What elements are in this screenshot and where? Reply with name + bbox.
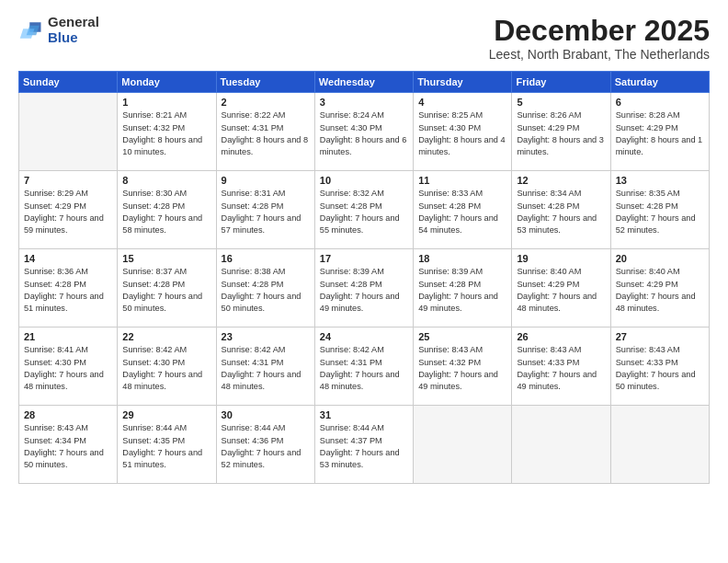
logo-blue-label: Blue xyxy=(48,30,99,46)
table-row: 18Sunrise: 8:39 AMSunset: 4:28 PMDayligh… xyxy=(414,249,512,327)
day-number: 5 xyxy=(517,97,605,108)
day-number: 20 xyxy=(616,253,704,264)
day-number: 19 xyxy=(517,253,605,264)
table-row: 6Sunrise: 8:28 AMSunset: 4:29 PMDaylight… xyxy=(610,93,709,171)
table-row: 24Sunrise: 8:42 AMSunset: 4:31 PMDayligh… xyxy=(314,327,413,406)
day-number: 30 xyxy=(222,409,310,420)
month-title: December 2025 xyxy=(489,15,710,47)
day-number: 10 xyxy=(320,175,408,186)
table-row: 14Sunrise: 8:36 AMSunset: 4:28 PMDayligh… xyxy=(19,249,118,327)
table-row: 9Sunrise: 8:31 AMSunset: 4:28 PMDaylight… xyxy=(216,171,314,249)
page: General Blue December 2025 Leest, North … xyxy=(0,0,728,563)
day-info: Sunrise: 8:42 AMSunset: 4:30 PMDaylight:… xyxy=(122,344,210,393)
table-row: 21Sunrise: 8:41 AMSunset: 4:30 PMDayligh… xyxy=(19,327,118,406)
day-number: 26 xyxy=(517,331,605,342)
table-row: 3Sunrise: 8:24 AMSunset: 4:30 PMDaylight… xyxy=(314,93,413,171)
day-info: Sunrise: 8:43 AMSunset: 4:33 PMDaylight:… xyxy=(616,344,704,393)
day-info: Sunrise: 8:39 AMSunset: 4:28 PMDaylight:… xyxy=(418,266,506,315)
day-info: Sunrise: 8:25 AMSunset: 4:30 PMDaylight:… xyxy=(418,109,506,158)
logo: General Blue xyxy=(18,15,99,45)
day-info: Sunrise: 8:34 AMSunset: 4:28 PMDaylight:… xyxy=(517,188,605,236)
logo-general-label: General xyxy=(48,15,99,30)
day-info: Sunrise: 8:29 AMSunset: 4:29 PMDaylight:… xyxy=(24,188,112,236)
day-number: 7 xyxy=(24,175,112,186)
day-info: Sunrise: 8:37 AMSunset: 4:28 PMDaylight:… xyxy=(122,266,210,315)
table-row: 11Sunrise: 8:33 AMSunset: 4:28 PMDayligh… xyxy=(414,171,512,249)
header: General Blue December 2025 Leest, North … xyxy=(18,15,710,62)
table-row xyxy=(414,406,512,484)
day-info: Sunrise: 8:41 AMSunset: 4:30 PMDaylight:… xyxy=(24,344,112,393)
col-tuesday: Tuesday xyxy=(216,72,314,93)
logo-text: General Blue xyxy=(48,15,99,45)
day-number: 12 xyxy=(517,175,605,186)
table-row: 4Sunrise: 8:25 AMSunset: 4:30 PMDaylight… xyxy=(414,93,512,171)
table-row: 23Sunrise: 8:42 AMSunset: 4:31 PMDayligh… xyxy=(216,327,314,406)
day-info: Sunrise: 8:31 AMSunset: 4:28 PMDaylight:… xyxy=(222,188,310,236)
day-number: 31 xyxy=(320,409,408,420)
col-saturday: Saturday xyxy=(610,72,709,93)
table-row: 7Sunrise: 8:29 AMSunset: 4:29 PMDaylight… xyxy=(19,171,118,249)
day-info: Sunrise: 8:28 AMSunset: 4:29 PMDaylight:… xyxy=(616,109,704,158)
table-row: 10Sunrise: 8:32 AMSunset: 4:28 PMDayligh… xyxy=(314,171,413,249)
weekday-header-row: Sunday Monday Tuesday Wednesday Thursday… xyxy=(19,72,710,93)
day-number: 13 xyxy=(616,175,704,186)
day-number: 28 xyxy=(24,409,112,420)
calendar-week-row: 21Sunrise: 8:41 AMSunset: 4:30 PMDayligh… xyxy=(19,327,710,406)
day-info: Sunrise: 8:43 AMSunset: 4:32 PMDaylight:… xyxy=(418,344,506,393)
day-number: 23 xyxy=(222,331,310,342)
day-number: 1 xyxy=(122,97,210,108)
day-number: 21 xyxy=(24,331,112,342)
day-number: 17 xyxy=(320,253,408,264)
day-info: Sunrise: 8:44 AMSunset: 4:36 PMDaylight:… xyxy=(222,422,310,471)
day-number: 29 xyxy=(122,409,210,420)
day-number: 14 xyxy=(24,253,112,264)
day-info: Sunrise: 8:44 AMSunset: 4:35 PMDaylight:… xyxy=(122,422,210,471)
col-thursday: Thursday xyxy=(414,72,512,93)
title-block: December 2025 Leest, North Brabant, The … xyxy=(489,15,710,62)
day-number: 15 xyxy=(122,253,210,264)
table-row: 28Sunrise: 8:43 AMSunset: 4:34 PMDayligh… xyxy=(19,406,118,484)
day-number: 27 xyxy=(616,331,704,342)
svg-marker-2 xyxy=(20,29,35,39)
table-row xyxy=(512,406,610,484)
calendar-week-row: 14Sunrise: 8:36 AMSunset: 4:28 PMDayligh… xyxy=(19,249,710,327)
day-number: 8 xyxy=(122,175,210,186)
day-info: Sunrise: 8:43 AMSunset: 4:33 PMDaylight:… xyxy=(517,344,605,393)
day-number: 6 xyxy=(616,97,704,108)
calendar-week-row: 7Sunrise: 8:29 AMSunset: 4:29 PMDaylight… xyxy=(19,171,710,249)
day-number: 2 xyxy=(222,97,310,108)
table-row: 8Sunrise: 8:30 AMSunset: 4:28 PMDaylight… xyxy=(118,171,216,249)
day-number: 16 xyxy=(222,253,310,264)
table-row: 26Sunrise: 8:43 AMSunset: 4:33 PMDayligh… xyxy=(512,327,610,406)
table-row: 17Sunrise: 8:39 AMSunset: 4:28 PMDayligh… xyxy=(314,249,413,327)
table-row xyxy=(19,93,118,171)
day-info: Sunrise: 8:42 AMSunset: 4:31 PMDaylight:… xyxy=(320,344,408,393)
day-info: Sunrise: 8:35 AMSunset: 4:28 PMDaylight:… xyxy=(616,188,704,236)
table-row: 29Sunrise: 8:44 AMSunset: 4:35 PMDayligh… xyxy=(118,406,216,484)
table-row: 1Sunrise: 8:21 AMSunset: 4:32 PMDaylight… xyxy=(118,93,216,171)
day-info: Sunrise: 8:33 AMSunset: 4:28 PMDaylight:… xyxy=(418,188,506,236)
day-info: Sunrise: 8:32 AMSunset: 4:28 PMDaylight:… xyxy=(320,188,408,236)
col-sunday: Sunday xyxy=(19,72,118,93)
day-info: Sunrise: 8:40 AMSunset: 4:29 PMDaylight:… xyxy=(616,266,704,315)
day-number: 11 xyxy=(418,175,506,186)
table-row: 25Sunrise: 8:43 AMSunset: 4:32 PMDayligh… xyxy=(414,327,512,406)
calendar-week-row: 28Sunrise: 8:43 AMSunset: 4:34 PMDayligh… xyxy=(19,406,710,484)
day-info: Sunrise: 8:38 AMSunset: 4:28 PMDaylight:… xyxy=(222,266,310,315)
table-row xyxy=(610,406,709,484)
logo-icon xyxy=(18,17,44,43)
location-title: Leest, North Brabant, The Netherlands xyxy=(489,47,710,62)
day-info: Sunrise: 8:30 AMSunset: 4:28 PMDaylight:… xyxy=(122,188,210,236)
day-info: Sunrise: 8:22 AMSunset: 4:31 PMDaylight:… xyxy=(222,109,310,158)
day-info: Sunrise: 8:44 AMSunset: 4:37 PMDaylight:… xyxy=(320,422,408,471)
table-row: 27Sunrise: 8:43 AMSunset: 4:33 PMDayligh… xyxy=(610,327,709,406)
col-monday: Monday xyxy=(118,72,216,93)
table-row: 19Sunrise: 8:40 AMSunset: 4:29 PMDayligh… xyxy=(512,249,610,327)
table-row: 31Sunrise: 8:44 AMSunset: 4:37 PMDayligh… xyxy=(314,406,413,484)
day-info: Sunrise: 8:43 AMSunset: 4:34 PMDaylight:… xyxy=(24,422,112,471)
table-row: 5Sunrise: 8:26 AMSunset: 4:29 PMDaylight… xyxy=(512,93,610,171)
table-row: 16Sunrise: 8:38 AMSunset: 4:28 PMDayligh… xyxy=(216,249,314,327)
day-number: 3 xyxy=(320,97,408,108)
day-info: Sunrise: 8:40 AMSunset: 4:29 PMDaylight:… xyxy=(517,266,605,315)
col-friday: Friday xyxy=(512,72,610,93)
